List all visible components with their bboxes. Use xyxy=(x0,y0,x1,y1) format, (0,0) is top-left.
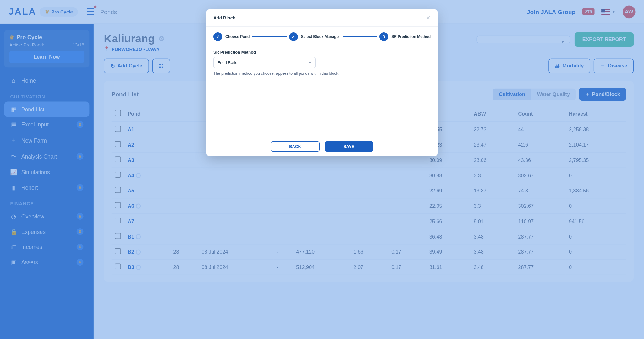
step-1: Choose Pond xyxy=(213,32,250,41)
modal-overlay: Add Block ✕ Choose Pond Select Block Man… xyxy=(0,0,644,339)
check-icon xyxy=(289,32,298,41)
chevron-down-icon: ▼ xyxy=(308,61,311,64)
form-label: SR Prediction Method xyxy=(213,50,431,55)
add-block-modal: Add Block ✕ Choose Pond Select Block Man… xyxy=(206,9,438,156)
back-button[interactable]: BACK xyxy=(271,141,320,152)
save-button[interactable]: SAVE xyxy=(325,141,373,152)
step-2: Select Block Manager xyxy=(289,32,340,41)
stepper: Choose Pond Select Block Manager 3SR Pre… xyxy=(213,32,431,41)
check-icon xyxy=(213,32,222,41)
step-number: 3 xyxy=(379,32,388,41)
help-text: The prediction method you choose, applie… xyxy=(213,71,431,76)
sr-method-select[interactable]: Feed Ratio▼ xyxy=(213,57,316,68)
close-icon[interactable]: ✕ xyxy=(426,14,431,21)
step-3: 3SR Prediction Method xyxy=(379,32,431,41)
modal-title: Add Block xyxy=(213,15,235,20)
